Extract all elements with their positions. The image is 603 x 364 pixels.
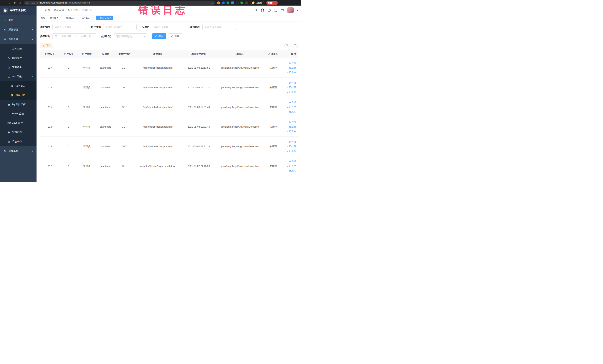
github-icon[interactable] — [261, 8, 264, 12]
browser-home-icon[interactable]: ⌂ — [19, 1, 22, 4]
search-button[interactable]: 搜索 — [152, 33, 166, 39]
process-status-select[interactable] — [114, 33, 147, 39]
mark-ignored-link[interactable]: ✓已忽略 — [287, 91, 296, 94]
start-date-placeholder: 开始日期 — [58, 35, 74, 38]
sidebar-item-infrastructure[interactable]: ⊞ 基础设施 ▲ — [0, 35, 36, 44]
detail-link[interactable]: 详细 — [289, 101, 296, 104]
avatar-caret-down-icon[interactable]: ▼ — [297, 9, 299, 11]
sidebar-item-file-management[interactable]: ▢ 文件管理 — [0, 44, 36, 53]
detail-link[interactable]: 详细 — [289, 61, 296, 65]
address-bar[interactable]: ⚠ 不安全 dashboard.yudao.iocoder.cn/infra/l… — [24, 1, 215, 5]
profile-paused-badge[interactable]: 已暂停 — [250, 1, 264, 5]
refresh-button[interactable] — [292, 43, 298, 48]
user-avatar[interactable] — [287, 7, 294, 13]
toggle-search-button[interactable] — [284, 43, 290, 48]
request-url-input[interactable] — [202, 24, 236, 30]
extension-icon-5[interactable] — [240, 1, 243, 4]
extension-icon-tampermonkey[interactable]: on — [236, 1, 239, 4]
app-name-input[interactable] — [152, 24, 185, 30]
user-type-select[interactable] — [103, 24, 137, 30]
table-row: 115 1 管理员 dashboard GET /api/infra/db-do… — [40, 97, 298, 117]
font-size-icon[interactable]: TT — [281, 8, 284, 12]
mark-processed-link[interactable]: ✓已处理 — [287, 164, 296, 168]
security-warning-icon: ⚠ — [26, 2, 28, 4]
breadcrumb-item-home[interactable]: 首页 — [45, 9, 50, 12]
close-icon[interactable]: × — [76, 17, 77, 19]
sidebar-collapse-icon[interactable]: ☰ — [39, 8, 42, 12]
sidebar-item-java-monitor[interactable]: ⌨ Java 监控 — [0, 118, 36, 128]
col-exception-name: 异常名 — [215, 50, 265, 58]
tag-error-logs[interactable]: ● 错误日志 × — [96, 16, 113, 20]
detail-link[interactable]: 详细 — [289, 81, 296, 84]
tag-dispatch-logs[interactable]: 调度日志 × — [64, 16, 79, 20]
sidebar-item-link-tracing[interactable]: ◉ 链路追踪 — [0, 128, 36, 137]
sidebar-item-api-logs[interactable]: ▤ API 日志 ▲ — [0, 72, 36, 81]
help-icon[interactable]: ? — [267, 8, 271, 12]
breadcrumb-separator: / — [80, 9, 80, 12]
sidebar-item-mysql-monitor[interactable]: ▦ MySQL 监控 — [0, 100, 36, 109]
reset-button[interactable]: 重置 — [168, 33, 182, 39]
mark-ignored-link[interactable]: ✓已忽略 — [287, 130, 296, 133]
sidebar-item-home[interactable]: ⌂ 首页 — [0, 15, 36, 25]
exception-time-range-picker[interactable]: 开始日期 - 结束日期 — [52, 33, 96, 39]
sidebar-item-scheduled-tasks[interactable]: ◷ 定时任务 — [0, 63, 36, 72]
extension-icon-6[interactable] — [245, 1, 248, 4]
user-id-input[interactable] — [52, 24, 86, 30]
search-icon[interactable] — [254, 8, 258, 12]
sidebar-item-error-logs[interactable]: ▣ 错误日志 — [0, 91, 36, 100]
redis-icon: ◫ — [7, 112, 10, 115]
tag-scheduled-tasks[interactable]: 定时任务 × — [48, 16, 63, 20]
eye-icon — [289, 62, 291, 64]
detail-link[interactable]: 详细 — [289, 120, 296, 124]
screen: ← → ↻ ⌂ ⚠ 不安全 dashboard.yudao.iocoder.cn… — [0, 0, 302, 182]
mark-ignored-link[interactable]: ✓已忽略 — [287, 71, 296, 74]
close-icon[interactable]: × — [92, 17, 93, 19]
sidebar-item-label: 首页 — [9, 18, 13, 22]
app-name-label: 应用名 — [142, 25, 150, 29]
page-content: 用户编号 用户类型 ▼ 应用名 请 — [36, 21, 302, 182]
extension-icon-1[interactable] — [217, 1, 220, 4]
extension-icon-3[interactable]: ✓ — [227, 1, 229, 4]
back-icon[interactable]: ← — [2, 1, 5, 4]
close-icon[interactable]: × — [60, 17, 61, 19]
extension-icon-2[interactable] — [222, 1, 225, 4]
sidebar-item-access-logs[interactable]: ▣ 访问日志 — [0, 81, 36, 91]
breadcrumb-item-api-logs[interactable]: API 日志 — [68, 9, 78, 12]
filter-app-name: 应用名 — [142, 24, 185, 30]
tag-access-logs[interactable]: 访问日志 × — [80, 16, 95, 20]
tag-home[interactable]: 首页 — [39, 16, 47, 20]
sidebar-logo-row[interactable]: 芋道管理系统 — [0, 6, 36, 15]
sidebar-item-system-management[interactable]: ⚙ 系统管理 ▼ — [0, 25, 36, 35]
sidebar-item-config-management[interactable]: ✎ 配置管理 — [0, 53, 36, 63]
eye-icon — [289, 101, 291, 104]
mark-ignored-link[interactable]: ✓已忽略 — [287, 169, 296, 172]
bookmark-star-icon[interactable]: ☆ — [211, 1, 213, 4]
export-button[interactable]: 导出 — [40, 43, 53, 48]
browser-update-button[interactable]: 更新 ⋮ — [266, 1, 278, 5]
status-text: 未处理 — [265, 78, 281, 97]
breadcrumb-item-infrastructure[interactable]: 基础设施 — [54, 9, 64, 12]
mark-processed-link[interactable]: ✓已处理 — [287, 106, 296, 109]
detail-link[interactable]: 详细 — [289, 160, 296, 163]
sidebar-item-label: 错误日志 — [16, 94, 25, 97]
mark-ignored-link[interactable]: ✓已忽略 — [287, 150, 296, 153]
mark-ignored-link[interactable]: ✓已忽略 — [287, 110, 296, 113]
breadcrumb-item-error-logs: 错误日志 — [81, 9, 92, 12]
close-icon[interactable]: × — [110, 17, 111, 19]
extension-icon-grid[interactable] — [231, 1, 234, 4]
sidebar-item-log-center[interactable]: ▥ 日志中心 — [0, 137, 36, 146]
mark-processed-link[interactable]: ✓已处理 — [287, 66, 296, 69]
fullscreen-icon[interactable] — [274, 8, 278, 12]
reload-icon[interactable]: ↻ — [13, 1, 16, 4]
sidebar-item-dev-tools[interactable]: ⚒ 研发工具 ▼ — [0, 146, 36, 156]
forward-icon[interactable]: → — [7, 1, 11, 4]
api-log-icon: ▤ — [7, 75, 10, 78]
browser-menu-icon[interactable]: ⋮ — [274, 1, 276, 4]
sidebar-item-redis-monitor[interactable]: ◫ Redis 监控 — [0, 109, 36, 118]
mark-processed-link[interactable]: ✓已处理 — [287, 125, 296, 128]
col-user-id: 用户编号 — [60, 50, 78, 58]
detail-link[interactable]: 详细 — [289, 140, 296, 143]
mark-processed-link[interactable]: ✓已处理 — [287, 145, 296, 148]
mark-processed-link[interactable]: ✓已处理 — [287, 86, 296, 89]
tags-view: 首页 定时任务 × 调度日志 × 访问日志 × ● 错误日志 × — [36, 15, 302, 21]
